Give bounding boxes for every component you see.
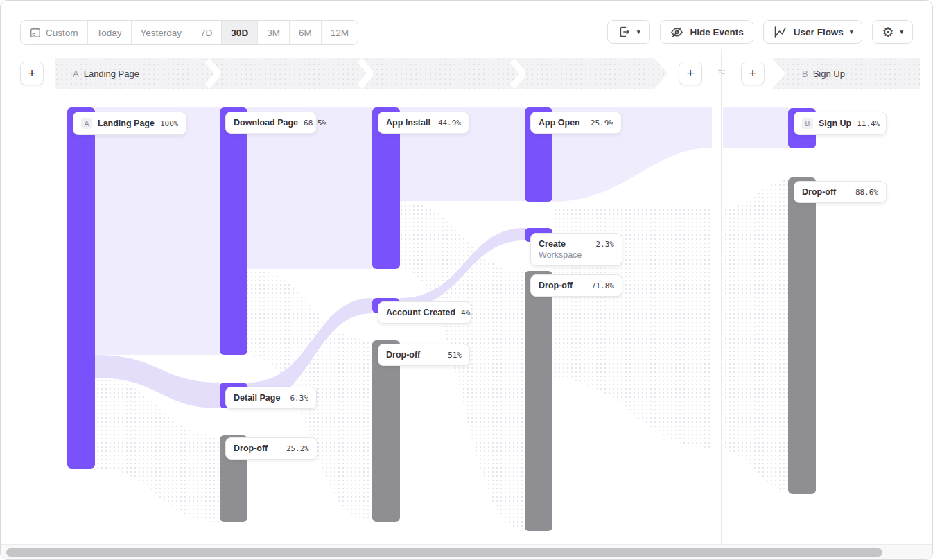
node-label-secondary: Workspace: [539, 250, 582, 260]
flows-chart-icon: [773, 25, 787, 40]
date-range-label: 6M: [299, 28, 312, 38]
step-b-band[interactable]: B Sign Up: [771, 58, 920, 89]
step-badge: A: [81, 118, 92, 129]
chevron-separator-icon: [205, 58, 220, 89]
node-label: App Open: [539, 118, 580, 128]
node-card-app-open[interactable]: App Open 25.9%: [530, 112, 622, 134]
node-card-landing-page[interactable]: A Landing Page 100%: [73, 112, 186, 135]
node-label: Landing Page: [98, 119, 155, 128]
ribbon-landing-to-dropoff: [95, 378, 220, 522]
step-b-label: Sign Up: [813, 69, 845, 79]
step-badge: B: [802, 118, 813, 129]
node-bar-landing-page[interactable]: [67, 107, 95, 469]
date-range-6m[interactable]: 6M: [289, 21, 321, 44]
chevron-down-icon: ▾: [900, 29, 903, 35]
node-value: 25.9%: [591, 119, 613, 128]
node-card-detail-page[interactable]: Detail Page 6.3%: [225, 387, 317, 409]
chevron-down-icon: ▾: [850, 29, 853, 35]
node-value: 6.3%: [290, 394, 309, 403]
node-card-sign-up[interactable]: B Sign Up 11.4%: [794, 112, 887, 135]
node-bar-dropoff-2[interactable]: [372, 340, 400, 522]
date-range-label: Yesterday: [141, 28, 182, 38]
ribbon-open-to-signup-right: [723, 107, 788, 148]
node-value: 11.4%: [857, 119, 880, 128]
step-b-badge: B: [802, 69, 808, 79]
node-card-account-created[interactable]: Account Created 4%: [378, 301, 471, 324]
date-range-yesterday[interactable]: Yesterday: [131, 21, 191, 44]
view-selector-label: User Flows: [794, 27, 844, 37]
node-bar-dropoff-3[interactable]: [525, 271, 552, 531]
node-label: Create: [539, 239, 566, 249]
export-button[interactable]: ▾: [607, 20, 650, 44]
export-icon: [617, 25, 631, 39]
node-label: Detail Page: [234, 393, 280, 403]
node-value: 71.8%: [591, 281, 614, 290]
step-a-badge: A: [73, 69, 79, 79]
eye-off-icon: [670, 25, 684, 40]
ribbon-landing-to-download: [95, 107, 220, 355]
node-value: 100%: [160, 119, 179, 128]
date-range-label: Today: [97, 28, 122, 38]
node-card-dropoff-3[interactable]: Drop-off 71.8%: [530, 274, 622, 297]
node-bar-download-page[interactable]: [220, 107, 247, 355]
node-bar-dropoff-4[interactable]: [788, 177, 816, 494]
section-divider: [721, 49, 722, 544]
node-label: App Install: [386, 118, 430, 128]
gear-icon: ⚙: [882, 26, 893, 39]
node-label: Drop-off: [802, 187, 836, 197]
date-range-today[interactable]: Today: [87, 21, 131, 44]
node-card-create-workspace[interactable]: Create 2.3% Workspace: [530, 233, 622, 266]
node-card-dropoff-2[interactable]: Drop-off 51%: [378, 344, 470, 366]
date-range-label: 30D: [231, 28, 248, 38]
date-range-12m[interactable]: 12M: [321, 21, 358, 44]
date-range-7d[interactable]: 7D: [191, 21, 221, 44]
date-range-label: 3M: [267, 28, 280, 38]
date-range-30d-selected[interactable]: 30D: [221, 21, 257, 44]
node-card-dropoff-4[interactable]: Drop-off 88.6%: [794, 181, 887, 203]
node-label: Sign Up: [819, 119, 851, 128]
plus-icon: +: [686, 66, 694, 81]
toolbar-right-group: ▾ Hide Events User Flows ▾: [607, 20, 913, 44]
hide-events-button[interactable]: Hide Events: [660, 20, 753, 44]
node-value: 88.6%: [855, 188, 878, 197]
add-step-before-b-button[interactable]: +: [741, 62, 765, 85]
node-card-app-install[interactable]: App Install 44.9%: [378, 112, 469, 134]
node-label: Download Page: [234, 118, 298, 128]
plus-icon: +: [28, 66, 35, 81]
chevron-down-icon: ▾: [637, 29, 640, 35]
card-row: Workspace: [539, 250, 614, 260]
ribbon-landing-to-detail: [95, 355, 220, 408]
date-range-3m[interactable]: 3M: [257, 21, 289, 44]
date-range-custom[interactable]: Custom: [21, 21, 87, 44]
chevron-separator-icon: [358, 58, 373, 89]
node-label: Drop-off: [386, 350, 420, 360]
ribbon-account-to-workspace: [400, 228, 525, 308]
date-range-label: 7D: [200, 28, 212, 38]
node-value: 68.5%: [304, 119, 326, 128]
node-value: 4%: [461, 308, 470, 317]
add-step-end-a-button[interactable]: +: [679, 62, 702, 85]
hide-events-label: Hide Events: [690, 27, 744, 37]
approx-symbol: ≈: [714, 64, 729, 80]
view-selector-user-flows[interactable]: User Flows ▾: [763, 20, 863, 44]
user-flows-app: Custom Today Yesterday 7D 30D 3M 6M 12M …: [0, 0, 933, 560]
plus-icon: +: [749, 66, 756, 81]
node-label: Account Created: [386, 308, 455, 317]
node-card-dropoff-1[interactable]: Drop-off 25.2%: [225, 437, 317, 460]
node-label: Drop-off: [234, 444, 268, 453]
horizontal-scrollbar-thumb[interactable]: [6, 548, 882, 557]
node-value: 44.9%: [438, 119, 461, 128]
step-a-band[interactable]: A Landing Page: [55, 58, 668, 89]
ribbon-open-to-dropoff-right: [723, 180, 788, 491]
chevron-separator-icon: [510, 58, 525, 89]
add-step-before-button[interactable]: +: [20, 62, 44, 85]
settings-button[interactable]: ⚙ ▾: [872, 20, 913, 44]
date-range-label: 12M: [331, 28, 349, 38]
date-range-label: Custom: [46, 28, 78, 38]
node-label: Drop-off: [539, 281, 573, 290]
node-card-download-page[interactable]: Download Page 68.5%: [225, 112, 317, 134]
card-row: Create 2.3%: [539, 239, 614, 249]
node-value: 51%: [448, 351, 462, 360]
ribbon-install-to-dropoff: [400, 201, 525, 531]
node-value: 25.2%: [286, 444, 309, 453]
